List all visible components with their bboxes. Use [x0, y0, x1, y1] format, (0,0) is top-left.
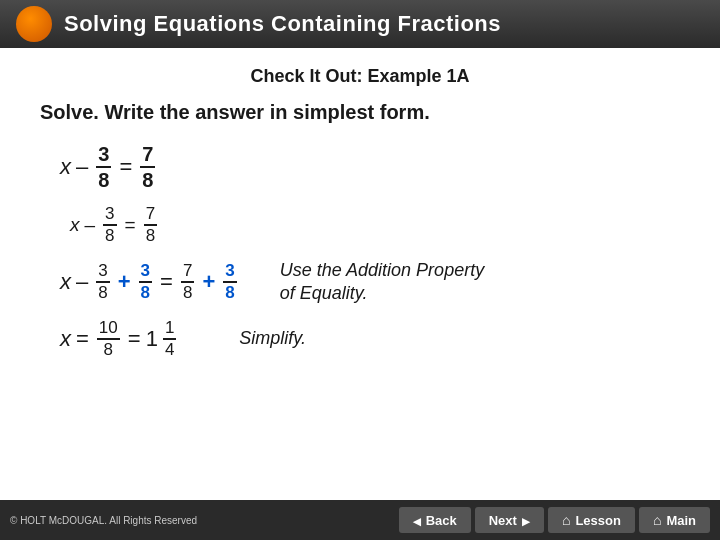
- step3-plus1: +: [118, 269, 131, 295]
- page-title: Solving Equations Containing Fractions: [64, 11, 501, 37]
- main-home-icon: [653, 512, 661, 528]
- step2-frac2: 7 8: [144, 204, 157, 247]
- lesson-home-icon: [562, 512, 570, 528]
- step3-plus2: +: [202, 269, 215, 295]
- step1-row: x – 3 8 = 7 8: [60, 142, 680, 192]
- step3-container: x – 3 8 + 3 8 = 7 8 + 3: [60, 259, 680, 306]
- step4-container: x = 10 8 = 1 1 4 Simplify.: [60, 318, 680, 361]
- step4-row: x = 10 8 = 1 1 4: [60, 318, 179, 361]
- step3-frac3: 7 8: [181, 261, 194, 304]
- step4-var: x: [60, 326, 71, 352]
- step3-frac1: 3 8: [96, 261, 109, 304]
- step4-frac2: 1 4: [163, 318, 176, 361]
- math-section: x – 3 8 = 7 8 x – 3 8 = 7 8: [40, 142, 680, 360]
- step2-frac1: 3 8: [103, 204, 116, 247]
- step2-row: x – 3 8 = 7 8: [60, 204, 680, 247]
- step3-row: x – 3 8 + 3 8 = 7 8 + 3: [60, 261, 240, 304]
- example-subtitle: Check It Out: Example 1A: [40, 66, 680, 87]
- footer-buttons: Back Next Lesson Main: [399, 507, 710, 533]
- step1-frac2: 7 8: [140, 142, 155, 192]
- step2-eq: =: [125, 214, 136, 236]
- step1-frac1: 3 8: [96, 142, 111, 192]
- step3-var: x: [60, 269, 71, 295]
- step1-eq: =: [119, 154, 132, 180]
- step3-annotation: Use the Addition Property of Equality.: [280, 259, 500, 306]
- step4-eq1: =: [76, 326, 89, 352]
- step2-minus: –: [85, 214, 96, 236]
- step2-var: x: [70, 214, 80, 236]
- main-button[interactable]: Main: [639, 507, 710, 533]
- main-content: Check It Out: Example 1A Solve. Write th…: [0, 48, 720, 370]
- instruction-text: Solve. Write the answer in simplest form…: [40, 101, 680, 124]
- next-button[interactable]: Next: [475, 507, 544, 533]
- step3-frac4: 3 8: [223, 261, 236, 304]
- step1-var: x: [60, 154, 71, 180]
- back-button[interactable]: Back: [399, 507, 471, 533]
- step3-eq: =: [160, 269, 173, 295]
- copyright-text: © HOLT McDOUGAL. All Rights Reserved: [10, 515, 197, 526]
- step4-eq2: =: [128, 326, 141, 352]
- step4-mixed: 1 1 4: [146, 318, 180, 361]
- step3-minus: –: [76, 269, 88, 295]
- next-arrow-icon: [522, 513, 530, 528]
- footer: © HOLT McDOUGAL. All Rights Reserved Bac…: [0, 500, 720, 540]
- header: Solving Equations Containing Fractions: [0, 0, 720, 48]
- step3-frac2: 3 8: [139, 261, 152, 304]
- back-arrow-icon: [413, 513, 421, 528]
- step1-minus: –: [76, 154, 88, 180]
- step4-annotation: Simplify.: [239, 328, 306, 349]
- lesson-button[interactable]: Lesson: [548, 507, 635, 533]
- step4-frac1: 10 8: [97, 318, 120, 361]
- header-icon: [16, 6, 52, 42]
